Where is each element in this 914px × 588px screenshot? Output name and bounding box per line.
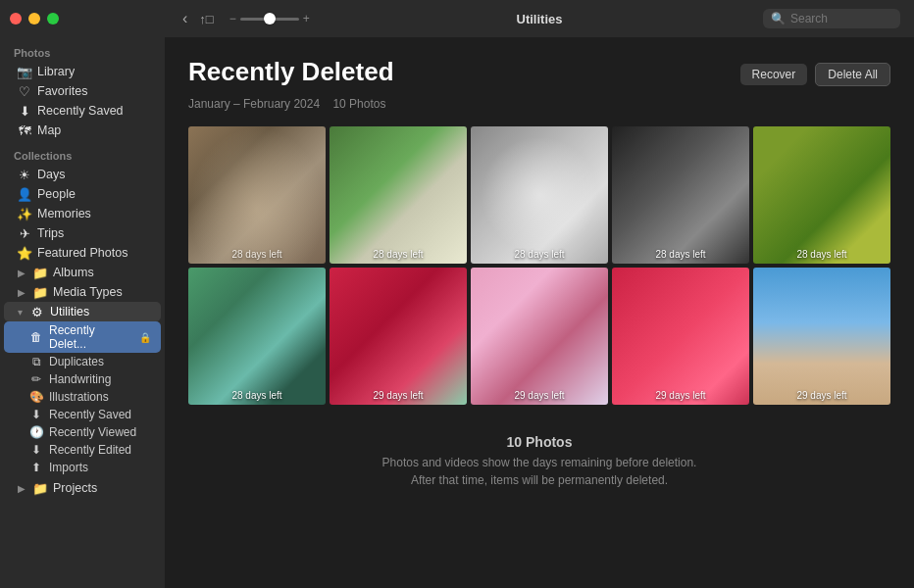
days-icon: ☀: [18, 168, 31, 181]
days-left-label: 28 days left: [753, 249, 890, 260]
projects-icon: 📁: [33, 481, 47, 495]
sidebar-subitem-recently-saved[interactable]: ⬇ Recently Saved: [4, 406, 161, 423]
search-icon: 🔍: [771, 12, 786, 25]
utilities-icon: ⚙: [30, 305, 44, 318]
fullscreen-button[interactable]: [47, 13, 59, 24]
delete-all-button[interactable]: Delete All: [815, 63, 890, 86]
recently-saved-icon: ⬇: [18, 104, 31, 118]
sidebar-subitem-label: Recently Delet...: [49, 323, 133, 351]
sidebar-subitem-recently-viewed[interactable]: 🕐 Recently Viewed: [4, 423, 161, 441]
days-left-label: 29 days left: [471, 390, 608, 401]
sidebar-item-label: People: [37, 187, 76, 201]
sidebar-item-utilities[interactable]: ▾ ⚙ Utilities: [4, 302, 161, 321]
sidebar-subitem-recently-edited[interactable]: ⬇ Recently Edited: [4, 441, 161, 459]
sidebar-item-favorites[interactable]: ♡ Favorites: [4, 81, 161, 101]
sidebar-item-projects[interactable]: ▶ 📁 Projects: [4, 478, 161, 498]
photo-cell[interactable]: 29 days left: [471, 268, 608, 405]
memories-icon: ✨: [18, 207, 31, 220]
sidebar-item-featured-photos[interactable]: ⭐ Featured Photos: [4, 243, 161, 263]
sidebar-subitem-label: Duplicates: [49, 355, 104, 368]
search-input[interactable]: [790, 12, 889, 25]
sidebar-subitem-label: Imports: [49, 461, 88, 474]
page-title: Recently Deleted: [188, 57, 394, 87]
footer-description: Photos and videos show the days remainin…: [188, 454, 890, 489]
photo-cell[interactable]: 28 days left: [612, 126, 749, 264]
sidebar-item-media-types[interactable]: ▶ 📁 Media Types: [4, 282, 161, 302]
illustrations-icon: 🎨: [29, 390, 43, 404]
close-button[interactable]: [10, 13, 22, 24]
recover-button[interactable]: Recover: [740, 64, 808, 85]
sidebar-item-trips[interactable]: ✈ Trips: [4, 223, 161, 243]
sidebar-item-library[interactable]: 📷 Library: [4, 62, 161, 81]
sidebar-item-people[interactable]: 👤 People: [4, 184, 161, 204]
days-left-label: 28 days left: [471, 249, 608, 260]
people-icon: 👤: [18, 187, 31, 201]
sidebar-subitem-illustrations[interactable]: 🎨 Illustrations: [4, 388, 161, 406]
days-left-label: 28 days left: [330, 249, 467, 260]
media-icon: 📁: [33, 285, 47, 299]
photo-cell[interactable]: 28 days left: [188, 126, 326, 264]
days-left-label: 29 days left: [612, 390, 749, 401]
sidebar-subitem-recently-deleted[interactable]: 🗑 Recently Delet... 🔒: [4, 321, 161, 353]
sidebar-subitem-label: Illustrations: [49, 390, 109, 404]
featured-icon: ⭐: [18, 246, 31, 260]
footer-count: 10 Photos: [188, 434, 890, 450]
photos-section-label: Photos: [0, 37, 165, 62]
content-area: Recently Deleted Recover Delete All Janu…: [165, 37, 914, 588]
recently-edited-icon: ⬇: [29, 443, 43, 457]
sidebar-item-label: Days: [37, 168, 65, 181]
sidebar-subitem-label: Recently Saved: [49, 408, 131, 421]
toolbar: ‹ ↑□ − + Utilities 🔍: [165, 0, 914, 37]
media-disclosure: ▶: [18, 287, 25, 298]
main-content: ‹ ↑□ − + Utilities 🔍 Recently Deleted Re…: [165, 0, 914, 588]
handwriting-icon: ✏: [29, 372, 43, 386]
sidebar-item-label: Featured Photos: [37, 246, 127, 260]
sidebar-item-label: Trips: [37, 226, 64, 240]
imports-icon: ⬆: [29, 461, 43, 474]
toolbar-title: Utilities: [517, 12, 563, 26]
collections-section-label: Collections: [0, 140, 165, 165]
zoom-out-icon: −: [229, 12, 236, 25]
sidebar-subitem-duplicates[interactable]: ⧉ Duplicates: [4, 353, 161, 370]
nav-buttons: ‹ ↑□: [178, 8, 218, 29]
photo-cell[interactable]: 28 days left: [471, 126, 608, 264]
sidebar-item-recently-saved[interactable]: ⬇ Recently Saved: [4, 101, 161, 121]
photo-cell[interactable]: 28 days left: [188, 268, 326, 405]
photo-cell[interactable]: 28 days left: [330, 126, 467, 264]
days-left-label: 28 days left: [188, 249, 326, 260]
back-button[interactable]: ‹: [178, 8, 191, 29]
sidebar-item-map[interactable]: 🗺 Map: [4, 121, 161, 140]
search-bar[interactable]: 🔍: [763, 9, 900, 28]
sidebar: Photos 📷 Library ♡ Favorites ⬇ Recently …: [0, 0, 165, 588]
sidebar-item-days[interactable]: ☀ Days: [4, 165, 161, 184]
photo-cell[interactable]: 28 days left: [753, 126, 890, 264]
photo-cell[interactable]: 29 days left: [753, 268, 890, 405]
trash-icon: 🗑: [29, 330, 43, 344]
share-button[interactable]: ↑□: [195, 10, 217, 28]
date-range: January – February 2024: [188, 97, 320, 111]
slider-area: − +: [229, 12, 310, 25]
page-actions: Recover Delete All: [740, 63, 890, 86]
titlebar: [0, 0, 165, 37]
sidebar-item-label: Map: [37, 123, 61, 137]
photo-cell[interactable]: 29 days left: [612, 268, 749, 405]
page-header: Recently Deleted Recover Delete All: [188, 57, 890, 87]
map-icon: 🗺: [18, 123, 31, 137]
albums-disclosure: ▶: [18, 268, 25, 278]
photo-cell[interactable]: 29 days left: [330, 268, 467, 405]
days-left-label: 28 days left: [612, 249, 749, 260]
duplicates-icon: ⧉: [29, 355, 43, 368]
sidebar-item-albums[interactable]: ▶ 📁 Albums: [4, 263, 161, 282]
sidebar-subitem-imports[interactable]: ⬆ Imports: [4, 459, 161, 476]
library-icon: 📷: [18, 65, 31, 78]
sidebar-item-memories[interactable]: ✨ Memories: [4, 204, 161, 223]
minimize-button[interactable]: [28, 13, 40, 24]
sidebar-item-label: Utilities: [50, 305, 89, 318]
sidebar-item-label: Memories: [37, 207, 91, 220]
zoom-in-icon: +: [303, 12, 310, 25]
footer-info: 10 Photos Photos and videos show the day…: [188, 424, 890, 509]
zoom-slider[interactable]: [240, 18, 299, 21]
sidebar-subitem-handwriting[interactable]: ✏ Handwriting: [4, 370, 161, 388]
sidebar-item-label: Projects: [53, 481, 97, 495]
sidebar-item-label: Recently Saved: [37, 104, 124, 118]
